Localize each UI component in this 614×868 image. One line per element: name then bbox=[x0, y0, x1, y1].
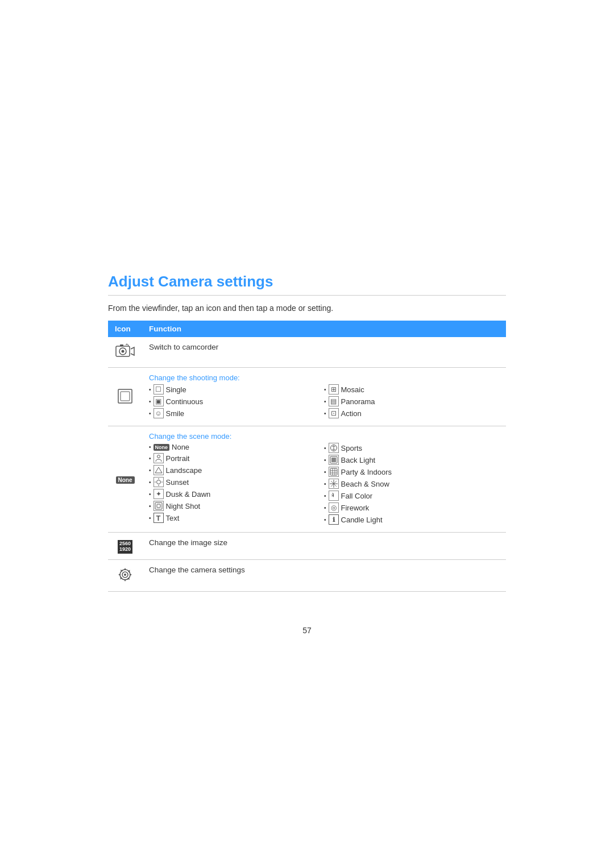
svg-rect-14 bbox=[157, 504, 160, 508]
list-item-text: • T Text bbox=[149, 513, 324, 523]
image-size-text: Change the image size bbox=[149, 538, 227, 547]
camera-settings-icon-cell bbox=[108, 559, 142, 591]
sunset-label: Sunset bbox=[166, 478, 189, 487]
list-item-candle-light: • ℹ Candle Light bbox=[324, 514, 499, 525]
action-label: Action bbox=[341, 409, 362, 418]
party-indoors-label: Party & Indoors bbox=[341, 468, 392, 476]
image-size-icon: 25601920 bbox=[118, 540, 132, 554]
intro-text: From the viewfinder, tap an icon and the… bbox=[108, 304, 506, 313]
list-item-mosaic: • ⊞ Mosaic bbox=[324, 384, 499, 394]
bullet: • bbox=[324, 445, 326, 451]
portrait-icon bbox=[154, 453, 164, 463]
mosaic-icon: ⊞ bbox=[329, 384, 339, 394]
bullet: • bbox=[149, 455, 151, 462]
scene-modes-cols: • None None • Portrait bbox=[149, 443, 499, 526]
back-light-icon bbox=[329, 455, 339, 465]
bullet: • bbox=[324, 410, 326, 417]
night-shot-label: Night Shot bbox=[166, 502, 201, 510]
page-number: 57 bbox=[108, 626, 506, 635]
list-item-firework: • ◎ Firework bbox=[324, 502, 499, 513]
table-row-image-size: 25601920 Change the image size bbox=[108, 533, 506, 560]
continuous-label: Continuous bbox=[166, 397, 204, 406]
smile-label: Smile bbox=[166, 409, 185, 418]
none-scene-label: None bbox=[172, 443, 189, 451]
bullet: • bbox=[324, 493, 326, 499]
page-title: Adjust Camera settings bbox=[108, 273, 506, 296]
dusk-dawn-icon: ✦ bbox=[154, 489, 164, 499]
bullet: • bbox=[324, 481, 326, 487]
scene-icon-cell: None bbox=[108, 426, 142, 533]
camcorder-icon bbox=[115, 343, 135, 360]
bullet: • bbox=[149, 444, 151, 450]
bullet: • bbox=[149, 515, 151, 521]
list-item-back-light: • Back Light bbox=[324, 455, 499, 465]
firework-label: Firework bbox=[341, 504, 370, 512]
candle-light-label: Candle Light bbox=[341, 516, 383, 524]
scene-right-col: • Sports • bbox=[324, 443, 499, 526]
image-size-icon-cell: 25601920 bbox=[108, 533, 142, 560]
camera-settings-function-cell: Change the camera settings bbox=[142, 559, 506, 591]
table-header-row: Icon Function bbox=[108, 321, 506, 337]
text-icon: T bbox=[154, 513, 164, 523]
single-icon: ☐ bbox=[154, 384, 164, 394]
shooting-mode-icon bbox=[117, 388, 133, 404]
single-label: Single bbox=[166, 385, 186, 394]
text-label: Text bbox=[166, 514, 180, 522]
camcorder-function-cell: Switch to camcorder bbox=[142, 337, 506, 368]
list-item-smile: • ☺ Smile bbox=[149, 408, 324, 418]
scene-mode-label: Change the scene mode: bbox=[149, 432, 499, 441]
svg-rect-5 bbox=[121, 392, 130, 401]
svg-point-6 bbox=[157, 455, 160, 458]
action-icon: ⊡ bbox=[329, 408, 339, 418]
scene-function-cell: Change the scene mode: • None None • bbox=[142, 426, 506, 533]
bullet: • bbox=[149, 503, 151, 509]
list-item-panorama: • ▤ Panorama bbox=[324, 396, 499, 406]
svg-marker-7 bbox=[155, 467, 162, 473]
shooting-icon-cell bbox=[108, 368, 142, 426]
candle-light-icon: ℹ bbox=[329, 514, 339, 525]
bullet: • bbox=[324, 505, 326, 511]
continuous-icon: ▣ bbox=[154, 396, 164, 406]
none-badge-icon: None bbox=[116, 476, 135, 484]
shooting-right-col: • ⊞ Mosaic • ▤ Panorama bbox=[324, 384, 499, 420]
dusk-dawn-label: Dusk & Dawn bbox=[166, 490, 211, 499]
table-row-camera-settings: Change the camera settings bbox=[108, 559, 506, 591]
bullet: • bbox=[149, 410, 151, 417]
list-item-party-indoors: • Party & Indoors bbox=[324, 467, 499, 477]
shooting-left-list: • ☐ Single • ▣ Continuous bbox=[149, 384, 324, 418]
list-item-none: • None None bbox=[149, 443, 324, 451]
bullet: • bbox=[324, 457, 326, 463]
col-icon-header: Icon bbox=[108, 321, 142, 337]
size-badge: 25601920 bbox=[118, 540, 132, 554]
beach-snow-label: Beach & Snow bbox=[341, 480, 389, 488]
bullet: • bbox=[149, 491, 151, 497]
svg-rect-3 bbox=[120, 344, 123, 346]
table-row-camcorder: Switch to camcorder bbox=[108, 337, 506, 368]
col-function-header: Function bbox=[142, 321, 506, 337]
list-item-continuous: • ▣ Continuous bbox=[149, 396, 324, 406]
firework-icon: ◎ bbox=[329, 502, 339, 513]
image-size-function-cell: Change the image size bbox=[142, 533, 506, 560]
none-badge: None bbox=[116, 476, 135, 484]
list-item-sports: • Sports bbox=[324, 443, 499, 453]
bullet: • bbox=[324, 469, 326, 475]
svg-rect-19 bbox=[330, 468, 337, 475]
sports-label: Sports bbox=[341, 444, 363, 452]
shooting-function-cell: Change the shooting mode: • ☐ Single • bbox=[142, 368, 506, 426]
camcorder-icon-cell bbox=[108, 337, 142, 368]
bullet: • bbox=[324, 387, 326, 393]
shooting-right-list: • ⊞ Mosaic • ▤ Panorama bbox=[324, 384, 499, 418]
fall-color-icon bbox=[329, 491, 339, 501]
list-item-night-shot: • Night Shot bbox=[149, 501, 324, 511]
shooting-modes-cols: • ☐ Single • ▣ Continuous bbox=[149, 384, 499, 420]
night-shot-icon bbox=[154, 501, 164, 511]
list-item-single: • ☐ Single bbox=[149, 384, 324, 394]
svg-rect-18 bbox=[331, 458, 336, 462]
bullet: • bbox=[324, 517, 326, 523]
landscape-icon bbox=[154, 465, 164, 475]
camera-settings-icon bbox=[116, 566, 134, 584]
list-item-sunset: • Sunset bbox=[149, 477, 324, 487]
none-scene-badge: None bbox=[154, 444, 170, 451]
list-item-dusk-dawn: • ✦ Dusk & Dawn bbox=[149, 489, 324, 499]
back-light-label: Back Light bbox=[341, 456, 376, 464]
